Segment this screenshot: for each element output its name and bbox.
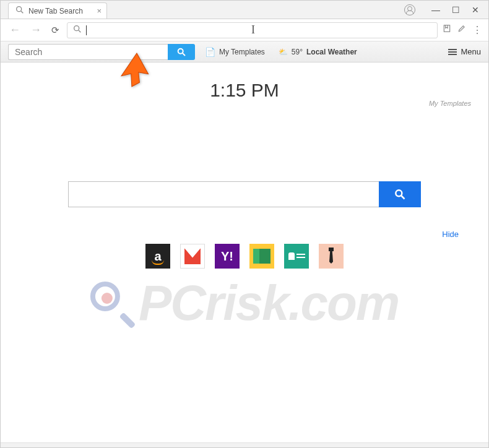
text-cursor	[86, 25, 87, 35]
profile-icon[interactable]	[404, 4, 415, 15]
page-content: 1:15 PM My Templates Hide a Y! PCrisk.co…	[1, 80, 488, 448]
weather-temp: 59°	[292, 48, 303, 56]
svg-line-8	[402, 196, 405, 199]
address-bar-row: ← → ⟳ I ⋮	[1, 19, 488, 41]
tile-yahoo[interactable]: Y!	[215, 244, 240, 269]
watermark-magnifier-icon	[90, 282, 134, 325]
svg-rect-4	[444, 25, 449, 32]
watermark: PCrisk.com	[90, 275, 399, 332]
text-caret-icon: I	[251, 24, 255, 37]
tile-business[interactable]	[319, 244, 344, 269]
toolbar-search-button[interactable]	[168, 44, 195, 60]
svg-point-0	[17, 7, 22, 12]
tile-gmail[interactable]	[180, 244, 205, 269]
close-icon[interactable]: ×	[97, 6, 102, 15]
weather-label: Local Weather	[306, 48, 357, 56]
annotation-arrow	[119, 53, 157, 92]
window-controls: — ☐ ✕	[396, 1, 488, 19]
svg-line-6	[183, 53, 185, 56]
search-icon	[72, 24, 82, 36]
menu-label: Menu	[461, 47, 481, 56]
my-templates-link[interactable]: 📄 My Templates	[201, 47, 269, 57]
tile-contacts[interactable]	[284, 244, 309, 269]
address-bar-actions: ⋮	[443, 24, 482, 36]
weather-icon: ⛅	[279, 48, 288, 56]
menu-button[interactable]: Menu	[448, 47, 481, 56]
svg-point-2	[74, 26, 79, 31]
tile-documents[interactable]	[249, 244, 274, 269]
tile-amazon[interactable]: a	[145, 244, 170, 269]
bookmark-icon[interactable]	[443, 24, 451, 36]
main-search-input[interactable]	[68, 181, 379, 207]
hide-link[interactable]: Hide	[1, 230, 488, 239]
clock: 1:15 PM	[1, 80, 488, 101]
extension-toolbar: 📄 My Templates ⛅ 59° Local Weather Menu	[1, 41, 488, 62]
svg-point-5	[178, 48, 183, 53]
footer: My Templates Terms Privacy Restore Chrom…	[1, 442, 488, 448]
back-button[interactable]: ←	[7, 24, 23, 37]
svg-line-3	[79, 30, 80, 32]
weather-link[interactable]: ⛅ 59° Local Weather	[275, 48, 361, 56]
menu-dots-icon[interactable]: ⋮	[472, 24, 482, 36]
minimize-button[interactable]: —	[431, 6, 440, 14]
top-right-templates-link[interactable]: My Templates	[429, 100, 471, 107]
main-search-button[interactable]	[379, 181, 421, 207]
my-templates-label: My Templates	[219, 48, 265, 56]
search-icon	[15, 5, 25, 17]
forward-button[interactable]: →	[28, 24, 44, 37]
browser-tab[interactable]: New Tab Search ×	[8, 2, 107, 19]
watermark-text: PCrisk.com	[139, 275, 399, 332]
main-search	[68, 181, 421, 207]
yahoo-icon: Y!	[221, 249, 233, 264]
hamburger-icon	[448, 49, 457, 55]
address-bar[interactable]: I	[67, 22, 438, 38]
svg-line-1	[21, 11, 23, 13]
amazon-icon: a	[154, 249, 161, 264]
maximize-button[interactable]: ☐	[451, 6, 460, 14]
templates-icon: 📄	[205, 47, 215, 57]
close-button[interactable]: ✕	[471, 6, 480, 14]
tab-title: New Tab Search	[28, 7, 83, 15]
quick-links: a Y!	[1, 244, 488, 269]
edit-icon[interactable]	[457, 24, 466, 36]
reload-button[interactable]: ⟳	[49, 25, 62, 36]
svg-point-7	[396, 190, 402, 196]
toolbar-search	[8, 44, 195, 60]
